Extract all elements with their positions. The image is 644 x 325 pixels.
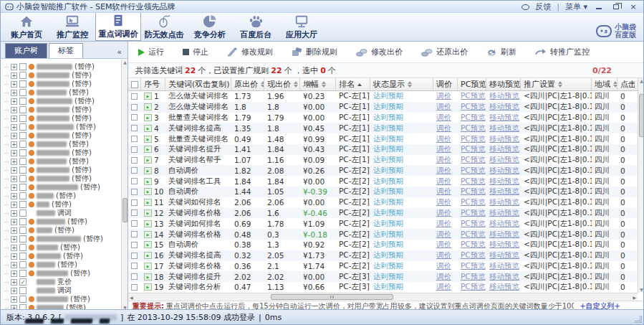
expand-icon[interactable]: + [11,150,17,156]
tree-item[interactable]: + (暂停) [5,260,121,269]
mobile-preview-link[interactable]: 移动预览 [489,250,519,260]
keyword-cell[interactable]: 怎么做关键词排名 [165,91,231,101]
expand-icon[interactable]: + [11,116,17,122]
row-play-button[interactable]: ▶ [144,273,152,281]
row-checkbox[interactable] [131,157,138,164]
scroll-up-icon[interactable]: ▲ [639,78,644,84]
tree-checkbox[interactable] [19,261,27,268]
tree-checkbox[interactable] [19,235,27,242]
mobile-preview-link[interactable]: 移动预览 [489,197,519,207]
adjust-link[interactable]: 调价 [436,208,451,218]
pc-preview-link[interactable]: PC预览 [461,113,486,123]
table-row[interactable]: ▶19 关键词排名分析 0.47 1.13 ¥0.66 PC-左[3] 达到预期… [128,282,644,293]
mobile-preview-link[interactable]: 移动预览 [489,240,519,250]
row-checkbox[interactable] [131,273,138,280]
pc-preview-link[interactable]: PC预览 [461,187,486,197]
nav-tab-keyword-bidding[interactable]: 重点词调价 [95,13,141,41]
pc-preview-link[interactable]: PC预览 [461,176,486,187]
keyword-cell[interactable]: 自动调价 [165,187,231,197]
row-play-button[interactable]: ▶ [144,220,152,227]
expand-icon[interactable]: + [11,90,17,96]
expand-icon[interactable]: + [11,288,17,294]
column-header-mobile-preview[interactable]: 移动预览 [486,78,521,90]
pc-preview-link[interactable]: PC预览 [461,123,486,133]
mobile-preview-link[interactable]: 移动预览 [489,208,519,218]
adjust-link[interactable]: 调价 [436,197,451,207]
table-row[interactable]: ▶9 关键词排名工具 1.84 1.84 ¥0.00 PC-左[2] 达到预期 … [128,176,644,187]
pc-preview-link[interactable]: PC预览 [461,144,486,154]
row-play-button[interactable]: ▶ [144,209,152,217]
adjust-link[interactable]: 调价 [436,219,451,229]
row-checkbox[interactable] [131,146,138,153]
expand-icon[interactable]: + [11,98,17,105]
tree-item[interactable]: + (暂停) [5,123,121,131]
tree-item[interactable]: + (暂停) [5,166,121,174]
expand-icon[interactable]: + [11,159,17,165]
feedback-link[interactable]: 反馈 [535,1,551,12]
table-row[interactable]: ▶3 批量查关键词排名 1.79 1.79 ¥0.00 PC-左[1] 达到预期… [128,113,644,123]
row-checkbox[interactable] [131,189,138,195]
modify-rule-button[interactable]: 修改规则 [227,47,273,57]
row-play-button[interactable]: ▶ [144,188,152,195]
adjust-link[interactable]: 调价 [436,272,451,282]
tree-checkbox[interactable] [19,166,27,174]
row-play-button[interactable]: ▶ [144,241,152,248]
row-checkbox[interactable] [131,167,138,174]
table-row[interactable]: ▶16 关键词排名提高 0.32 2.05 ¥1.73 PC-左[2] 达到预期… [128,250,644,261]
table-row[interactable]: ▶5 批量查关键词排名 0.49 1.48 ¥0.99 PC-左[1] 达到预期… [128,133,644,144]
sidebar-scrollbar[interactable]: ▲ ▼ [121,60,128,311]
expand-icon[interactable]: + [11,227,17,234]
pc-preview-link[interactable]: PC预览 [461,240,486,250]
pc-preview-link[interactable]: PC预览 [461,261,486,271]
row-checkbox[interactable] [131,136,138,142]
keyword-cell[interactable]: 关键词排名提升 [165,272,231,282]
run-button[interactable]: 运行 [138,47,164,57]
table-scrollbar-horizontal[interactable]: ◀ ▶ [128,293,638,301]
expand-icon[interactable]: + [11,262,17,268]
tree-item[interactable]: + (暂停) [5,149,121,157]
keyword-cell[interactable]: 关键词排名提高 [165,250,231,260]
tree-item[interactable]: + (暂停) [5,226,121,235]
expand-icon[interactable]: + [11,193,17,199]
adjust-link[interactable]: 调价 [436,282,451,292]
close-button[interactable]: × [628,2,639,11]
tree-checkbox[interactable] [19,98,27,105]
tree-checkbox[interactable] [19,227,27,234]
scrollbar-thumb[interactable] [639,94,644,137]
tree-checkbox[interactable] [19,244,27,251]
column-header-original-bid[interactable]: 原出价 [231,78,264,90]
row-checkbox[interactable] [131,209,138,216]
tree-checkbox[interactable] [19,80,27,88]
adjust-link[interactable]: 调价 [436,230,451,240]
table-row[interactable]: ▶8 自动调价 1.82 2.08 ¥0.26 PC-左[2] 达到预期 调价 … [128,165,644,176]
row-checkbox[interactable] [131,178,138,184]
pc-preview-link[interactable]: PC预览 [461,91,486,101]
row-checkbox[interactable] [131,242,138,248]
keyword-cell[interactable]: 批量查关键词排名 [165,134,231,144]
column-header-status[interactable]: 状态显示 [370,78,433,90]
nav-tab-account-home[interactable]: 账户首页 [4,13,49,41]
adjust-link[interactable]: 调价 [436,144,451,154]
pc-preview-link[interactable]: PC预览 [461,208,486,218]
scroll-right-icon[interactable]: ▶ [633,294,636,301]
pc-preview-link[interactable]: PC预览 [461,197,486,207]
mobile-preview-link[interactable]: 移动预览 [489,123,519,133]
keyword-cell[interactable]: 关键词如何排名 [165,219,231,229]
row-checkbox[interactable] [131,263,138,269]
column-header-promotion-setting[interactable]: 推广设置 [521,78,592,90]
pc-preview-link[interactable]: PC预览 [461,134,486,144]
menu-button[interactable]: 菜单 ▾ [565,1,587,12]
resize-grip[interactable] [635,316,642,323]
row-play-button[interactable]: ▶ [144,231,152,238]
keyword-cell[interactable]: 怎么做关键词排名 [165,102,231,112]
mobile-preview-link[interactable]: 移动预览 [489,282,519,292]
tree-checkbox[interactable] [19,253,27,260]
row-checkbox[interactable] [131,114,138,121]
keyword-cell[interactable]: 关键词排名价格 [165,230,231,240]
nav-tab-app-hall[interactable]: 应用大厅 [279,13,325,41]
expand-icon[interactable]: + [11,202,17,208]
adjust-link[interactable]: 调价 [436,91,451,101]
tree-checkbox[interactable] [19,72,27,79]
table-row[interactable]: ▶1 怎么做关键词排名 1.73 1.96 ¥0.23 PC-左[1] 达到预期… [128,91,644,102]
row-checkbox[interactable] [131,125,138,131]
